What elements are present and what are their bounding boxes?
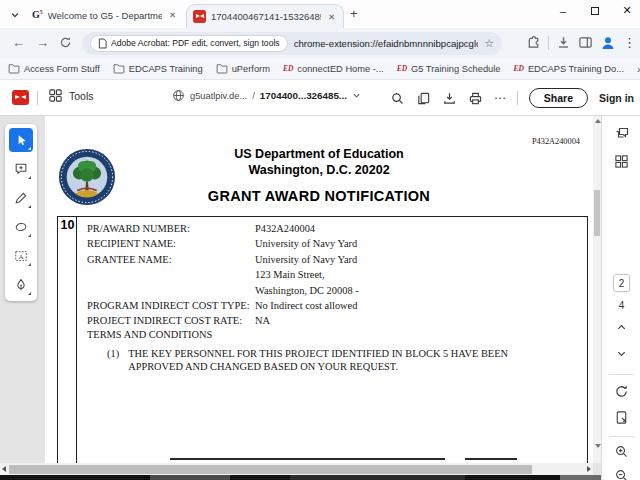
g5-favicon: G5: [32, 9, 43, 20]
download-icon: [442, 91, 457, 106]
previous-page-button[interactable]: [602, 322, 640, 333]
shape-tool-button[interactable]: [9, 215, 33, 239]
share-button[interactable]: Share: [529, 88, 588, 108]
comment-tool-button[interactable]: [9, 157, 33, 181]
horizontal-scrollbar-thumb[interactable]: [9, 465, 532, 474]
field-row: 123 Main Street,: [87, 267, 359, 282]
total-pages-label: 4: [602, 300, 640, 311]
signature-line: [170, 458, 445, 460]
tab-close-button[interactable]: ✕: [167, 10, 178, 20]
tools-menu-button[interactable]: Tools: [48, 88, 94, 103]
tab-title: 1704400467141-1532648584.pd: [211, 11, 321, 22]
bookmarks-bar: Access Form Stuff EDCAPS Training uPerfo…: [0, 58, 640, 80]
doc-title: GRANT AWARD NOTIFICATION: [45, 188, 593, 204]
acrobat-toolbar: Tools g5uatlpiv.de... / 1704400...326485…: [0, 80, 640, 116]
chevron-down-icon: [10, 10, 20, 20]
bookmark-uperform[interactable]: uPerform: [216, 63, 270, 74]
reload-button[interactable]: [59, 36, 72, 49]
chevron-up-icon: [616, 322, 627, 333]
text-box-icon: A: [14, 249, 28, 263]
term-item: (1) THE KEY PERSONNEL FOR THIS PROJECT I…: [107, 347, 528, 373]
restore-icon: [591, 7, 599, 15]
tab-search-button[interactable]: [6, 6, 23, 23]
extensions-button[interactable]: [526, 35, 541, 50]
document-breadcrumb[interactable]: g5uatlpiv.de... / 1704400...326485...: [172, 89, 361, 102]
toolbar-actions: ⋮: [526, 30, 636, 55]
fit-page-button[interactable]: [602, 410, 640, 425]
divider: [609, 436, 634, 437]
bookmark-access-form-stuff[interactable]: Access Form Stuff: [8, 63, 100, 74]
tab-pdf-active[interactable]: 1704400467141-1532648584.pd ✕: [186, 4, 344, 28]
zoom-out-button[interactable]: [602, 468, 640, 480]
copy-pages-button[interactable]: [416, 91, 431, 106]
pencil-icon: [14, 191, 28, 205]
bookmark-edcaps-training-do[interactable]: ED EDCAPS Training Do...: [513, 64, 624, 74]
rotate-icon: [614, 384, 629, 399]
download-button[interactable]: [442, 91, 457, 106]
comments-panel-button[interactable]: [602, 126, 640, 142]
side-panel-button[interactable]: [578, 35, 593, 50]
url-text: chrome-extension://efaidnbmnnnibpcajpcgl…: [294, 38, 479, 49]
vertical-scrollbar-thumb[interactable]: [594, 190, 600, 236]
scroll-up-arrow[interactable]: [595, 119, 601, 123]
scroll-left-arrow[interactable]: [2, 466, 6, 472]
copy-icon: [416, 91, 431, 106]
more-tools-button[interactable]: ⋯: [494, 91, 506, 105]
sign-in-button[interactable]: Sign in: [599, 92, 634, 104]
extension-chip[interactable]: Adobe Acrobat: PDF edit, convert, sign t…: [90, 35, 288, 52]
search-icon: [390, 91, 405, 106]
terms-title: TERMS AND CONDITIONS: [87, 329, 212, 340]
zoom-in-button[interactable]: [602, 444, 640, 459]
doc-header-line2: Washington, D.C. 20202: [45, 163, 593, 177]
zoom-out-icon: [614, 468, 629, 480]
tab-welcome-g5[interactable]: G5 Welcome to G5 - Department o ✕: [26, 3, 184, 27]
chrome-menu-button[interactable]: ⋮: [623, 35, 636, 50]
forward-button[interactable]: →: [36, 35, 49, 50]
new-tab-button[interactable]: +: [350, 6, 358, 21]
next-page-button[interactable]: [602, 348, 640, 359]
svg-text:A: A: [18, 253, 23, 261]
select-tool-button[interactable]: [9, 128, 33, 152]
print-button[interactable]: [468, 91, 483, 106]
tab-strip: G5 Welcome to G5 - Department o ✕ 170440…: [0, 0, 640, 28]
adobe-acrobat-icon[interactable]: [12, 90, 29, 105]
extensions-puzzle-icon: [526, 35, 541, 50]
draw-tool-button[interactable]: [9, 186, 33, 210]
folder-icon: [216, 63, 228, 74]
bookmark-g5-training-schedule[interactable]: ED G5 Training Schedule: [397, 64, 501, 74]
bookmark-edcaps-training[interactable]: EDCAPS Training: [113, 63, 203, 74]
chip-label: Adobe Acrobat: PDF edit, convert, sign t…: [111, 38, 280, 48]
reload-icon: [59, 36, 72, 49]
pen-nib-icon: [14, 278, 28, 292]
vertical-scrollbar[interactable]: [593, 116, 601, 463]
profile-button[interactable]: [600, 35, 616, 51]
field-row: PROGRAM INDIRECT COST TYPE:No Indirect c…: [87, 298, 359, 313]
comment-icon: [614, 126, 630, 142]
bookmark-connected-home[interactable]: ED connectED Home -...: [283, 64, 384, 74]
text-select-tool-button[interactable]: A: [9, 244, 33, 268]
fill-sign-tool-button[interactable]: [9, 273, 33, 297]
omnibox[interactable]: Adobe Acrobat: PDF edit, convert, sign t…: [82, 32, 502, 55]
minimize-button[interactable]: –: [556, 5, 570, 17]
scroll-right-arrow[interactable]: [587, 466, 591, 472]
rotate-page-button[interactable]: [602, 384, 640, 399]
zoom-in-icon: [614, 444, 629, 459]
current-page-input[interactable]: 2: [613, 274, 630, 292]
scroll-down-arrow[interactable]: [595, 444, 601, 448]
downloads-button[interactable]: [556, 35, 571, 50]
divider: [548, 36, 549, 50]
close-button[interactable]: ✕: [620, 4, 634, 17]
fit-page-icon: [614, 410, 629, 425]
back-button[interactable]: ←: [12, 35, 25, 50]
bookmark-star-icon[interactable]: ☆: [484, 37, 494, 50]
horizontal-scrollbar[interactable]: [0, 463, 593, 475]
restore-button[interactable]: [588, 5, 602, 17]
download-icon: [556, 35, 571, 50]
search-button[interactable]: [390, 91, 405, 106]
thumbnails-panel-button[interactable]: [602, 154, 640, 169]
term-number: (1): [107, 347, 119, 373]
tab-close-button[interactable]: ✕: [326, 12, 337, 22]
field-row: Washington, DC 20008 -: [87, 283, 359, 298]
pdf-page[interactable]: P432A240004 US Department of Education W…: [45, 116, 593, 463]
signature-line: [465, 458, 517, 460]
